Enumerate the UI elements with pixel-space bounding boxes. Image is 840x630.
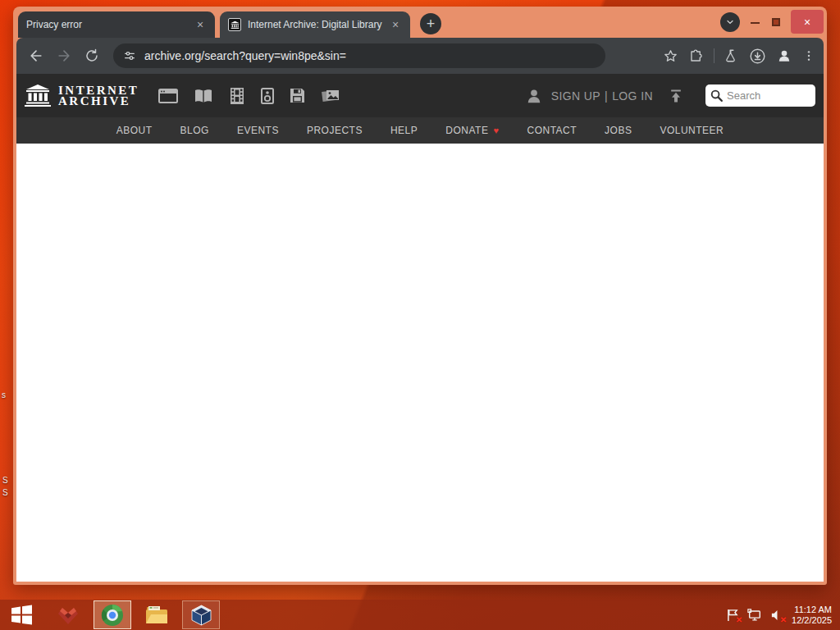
start-button[interactable] xyxy=(5,600,38,629)
system-tray: ✕ ✕ 11:12 AM 12/2/2025 xyxy=(725,605,840,626)
nav-item-contact[interactable]: CONTACT xyxy=(527,125,577,136)
nav-item-help[interactable]: HELP xyxy=(390,125,418,136)
images-icon[interactable] xyxy=(321,88,340,104)
nav-item-about[interactable]: ABOUT xyxy=(116,125,153,136)
web-icon[interactable] xyxy=(158,89,178,103)
page-content-blank xyxy=(16,144,824,582)
downloads-icon[interactable] xyxy=(749,48,766,65)
upload-icon[interactable] xyxy=(668,88,684,104)
audio-icon[interactable] xyxy=(261,88,274,104)
taskbar-virtualbox[interactable] xyxy=(182,600,220,629)
header-account-area: SIGN UP | LOG IN xyxy=(525,84,815,107)
tab-title: Internet Archive: Digital Library xyxy=(248,19,382,30)
donate-heart-icon: ♥ xyxy=(493,126,499,135)
bookmark-star-icon[interactable] xyxy=(663,48,678,64)
tab-close-icon[interactable]: × xyxy=(389,18,402,31)
texts-icon[interactable] xyxy=(194,89,213,103)
site-search xyxy=(705,84,815,107)
chrome-icon xyxy=(101,604,124,627)
taskbar: ✕ ✕ 11:12 AM 12/2/2025 xyxy=(0,600,840,630)
nav-item-volunteer[interactable]: VOLUNTEER xyxy=(660,125,724,136)
tune-icon xyxy=(123,49,136,62)
archive-favicon-icon xyxy=(228,18,241,31)
close-window-button[interactable]: × xyxy=(791,10,824,34)
media-type-icons xyxy=(158,88,340,104)
search-icon xyxy=(710,89,724,106)
clock-time: 11:12 AM xyxy=(792,605,832,615)
tab-internet-archive[interactable]: Internet Archive: Digital Library × xyxy=(220,11,410,38)
taskbar-clock[interactable]: 11:12 AM 12/2/2025 xyxy=(792,605,832,626)
log-in-link[interactable]: LOG IN xyxy=(612,89,653,103)
taskbar-file-explorer[interactable] xyxy=(138,600,176,629)
action-center-flag-icon[interactable]: ✕ xyxy=(725,608,740,623)
video-icon[interactable] xyxy=(229,88,245,104)
browser-window: Privacy error × Internet Archive: Digita… xyxy=(13,7,827,585)
account-links: SIGN UP | LOG IN xyxy=(551,89,653,103)
nav-item-events[interactable]: EVENTS xyxy=(237,125,279,136)
tab-close-icon[interactable]: × xyxy=(194,18,207,31)
page-viewport: INTERNET ARCHIVE xyxy=(16,74,824,582)
reload-icon xyxy=(84,48,99,63)
reload-button[interactable] xyxy=(80,44,103,67)
taskbar-red-app[interactable] xyxy=(49,600,87,629)
desktop-icon-label-fragment: S xyxy=(2,489,8,497)
back-button[interactable] xyxy=(25,44,48,67)
volume-muted-icon[interactable]: ✕ xyxy=(769,608,784,623)
address-bar[interactable]: archive.org/search?query=win8pe&sin= xyxy=(113,43,605,68)
clock-date: 12/2/2025 xyxy=(792,615,832,626)
browser-toolbar: archive.org/search?query=win8pe&sin= xyxy=(16,38,824,74)
menu-kebab-icon[interactable] xyxy=(802,49,815,62)
restore-button[interactable] xyxy=(769,16,783,29)
logo-text: INTERNET ARCHIVE xyxy=(58,85,139,107)
new-tab-button[interactable]: + xyxy=(420,13,441,34)
nav-item-blog[interactable]: BLOG xyxy=(180,125,209,136)
archive-header: INTERNET ARCHIVE xyxy=(16,74,824,117)
forward-arrow-icon xyxy=(56,48,72,64)
toolbar-right-icons xyxy=(663,48,815,65)
toolbar-divider xyxy=(714,48,714,63)
taskbar-chrome[interactable] xyxy=(94,600,131,629)
software-icon[interactable] xyxy=(290,88,305,103)
account-separator: | xyxy=(605,89,608,103)
tab-privacy-error[interactable]: Privacy error × xyxy=(18,11,215,38)
restore-icon xyxy=(772,18,780,26)
tab-search-button[interactable] xyxy=(720,12,740,32)
virtualbox-cube-icon xyxy=(190,604,212,627)
forward-button[interactable] xyxy=(52,44,75,67)
windows-logo-icon xyxy=(11,604,33,626)
labs-flask-icon[interactable] xyxy=(724,48,739,63)
minimize-button[interactable] xyxy=(748,15,761,30)
tab-strip: Privacy error × Internet Archive: Digita… xyxy=(16,7,824,38)
red-app-icon xyxy=(57,605,80,626)
extensions-puzzle-icon[interactable] xyxy=(688,48,704,64)
tab-title: Privacy error xyxy=(26,19,187,30)
archive-nav: ABOUT BLOG EVENTS PROJECTS HELP DONATE♥ … xyxy=(16,117,824,144)
nav-item-donate[interactable]: DONATE♥ xyxy=(445,125,499,136)
desktop-icon-label-fragment: S xyxy=(2,477,8,485)
profile-avatar-icon[interactable] xyxy=(776,48,792,64)
nav-item-projects[interactable]: PROJECTS xyxy=(307,125,363,136)
temple-logo-icon xyxy=(25,84,51,107)
window-controls: × xyxy=(720,10,824,34)
network-icon[interactable] xyxy=(747,608,762,623)
url-text[interactable]: archive.org/search?query=win8pe&sin= xyxy=(144,49,346,62)
person-icon xyxy=(525,87,543,105)
sign-up-link[interactable]: SIGN UP xyxy=(551,89,600,103)
minimize-icon xyxy=(751,22,760,24)
chevron-down-icon xyxy=(725,17,735,27)
nav-item-jobs[interactable]: JOBS xyxy=(605,125,632,136)
desktop-icon-label-fragment: s xyxy=(2,391,6,399)
internet-archive-logo[interactable]: INTERNET ARCHIVE xyxy=(25,84,139,107)
folder-icon xyxy=(144,605,169,625)
back-arrow-icon xyxy=(28,48,44,64)
